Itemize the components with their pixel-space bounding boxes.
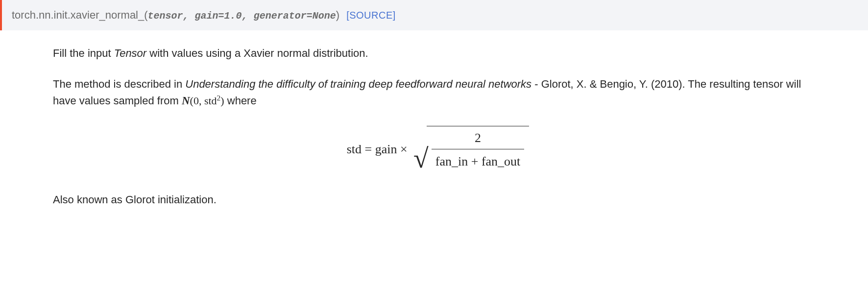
signature-name: xavier_normal_ — [71, 9, 144, 21]
source-link[interactable]: [SOURCE] — [346, 10, 396, 21]
math-std: std — [204, 95, 217, 107]
display-math-std-formula: std = gain × √ 2 fan_in + fan_out — [53, 126, 823, 172]
emphasis-tensor: Tensor — [114, 47, 146, 59]
signature-param: gain=1.0 — [195, 10, 242, 22]
summary-paragraph: Fill the input Tensor with values using … — [53, 45, 823, 61]
inline-math-normal-dist: N(0, std2) — [182, 95, 224, 107]
fraction: 2 fan_in + fan_out — [432, 128, 525, 171]
fraction-numerator: 2 — [432, 128, 525, 149]
signature-qualifier: torch.nn.init. — [12, 9, 71, 21]
signature-param: generator=None — [254, 10, 336, 22]
signature-sep: , — [242, 10, 254, 22]
signature-param: tensor — [148, 10, 183, 22]
text: with values using a Xavier normal distri… — [146, 47, 368, 59]
formula-lhs: std = gain × — [347, 142, 410, 156]
function-signature-block: torch.nn.init.xavier_normal_(tensor, gai… — [0, 0, 868, 30]
sqrt-body: 2 fan_in + fan_out — [427, 126, 530, 172]
math-close: ) — [220, 95, 224, 107]
description-paragraph: The method is described in Understanding… — [53, 76, 823, 109]
fraction-denominator: fan_in + fan_out — [432, 149, 525, 171]
signature-open-paren: ( — [144, 9, 147, 21]
text: The method is described in — [53, 78, 185, 90]
signature-sep: , — [183, 10, 195, 22]
docstring-content: Fill the input Tensor with values using … — [0, 45, 833, 208]
paper-title: Understanding the difficulty of training… — [185, 78, 531, 90]
math-open: (0, — [190, 95, 204, 107]
signature-close-paren: ) — [336, 9, 339, 21]
script-n-icon: N — [182, 94, 190, 107]
text: Fill the input — [53, 47, 114, 59]
sqrt-expression: √ 2 fan_in + fan_out — [413, 126, 529, 172]
text: where — [224, 95, 257, 107]
aka-paragraph: Also known as Glorot initialization. — [53, 192, 823, 208]
text: Also known as Glorot initialization. — [53, 193, 217, 206]
